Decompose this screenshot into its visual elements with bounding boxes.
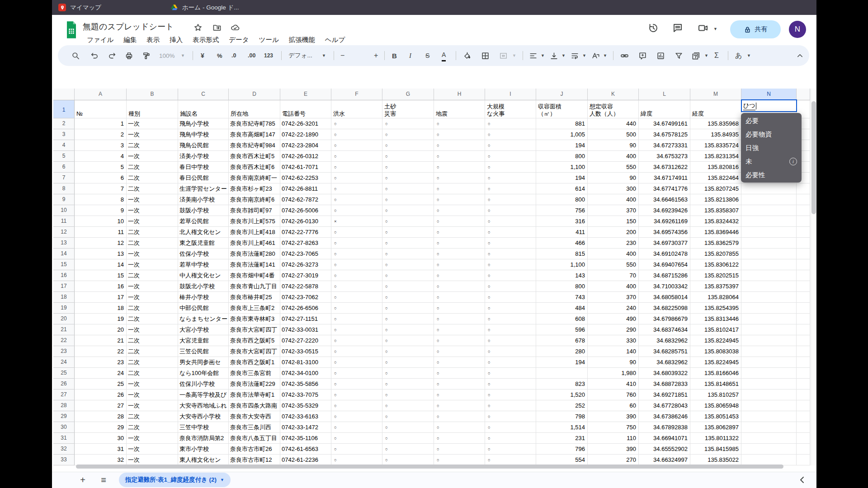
- cell[interactable]: 800: [536, 151, 588, 162]
- cell[interactable]: ○: [434, 183, 485, 194]
- filter-views-icon[interactable]: [692, 45, 700, 66]
- cell[interactable]: ○: [485, 292, 536, 303]
- column-header-J[interactable]: J: [536, 89, 588, 100]
- cell[interactable]: ○: [434, 249, 485, 259]
- cell[interactable]: ○: [485, 129, 536, 140]
- cell[interactable]: [536, 368, 588, 379]
- search-icon[interactable]: [71, 45, 80, 66]
- cell[interactable]: 34.69730377: [639, 238, 690, 249]
- cell[interactable]: なら100年会館: [178, 368, 229, 379]
- cell[interactable]: [741, 227, 797, 238]
- cell[interactable]: 17: [75, 292, 127, 303]
- cell[interactable]: 135.8306122: [690, 259, 741, 270]
- cell[interactable]: 一次: [127, 281, 178, 292]
- cell[interactable]: ○: [485, 205, 536, 216]
- cell[interactable]: 一次: [127, 433, 178, 444]
- ime-candidate[interactable]: 日強: [741, 141, 802, 155]
- cell[interactable]: 奈良市杉ヶ町23: [229, 183, 280, 194]
- cell[interactable]: 135.835022: [690, 455, 741, 465]
- cell[interactable]: 奈良市法蓮町229: [229, 379, 280, 389]
- cell[interactable]: ○: [485, 227, 536, 238]
- cell[interactable]: 奈良市川上町461: [229, 238, 280, 249]
- cell[interactable]: 140: [588, 346, 639, 357]
- cell[interactable]: [741, 259, 797, 270]
- cell[interactable]: ○: [382, 238, 434, 249]
- cell[interactable]: 490: [588, 314, 639, 324]
- menu-拡張機能[interactable]: 拡張機能: [284, 34, 320, 46]
- cell[interactable]: 614: [536, 183, 588, 194]
- header-cell[interactable]: 緯度: [639, 100, 690, 118]
- row-header[interactable]: 27: [53, 389, 75, 400]
- cell[interactable]: ○: [382, 314, 434, 324]
- text-rotation-icon[interactable]: [591, 45, 600, 66]
- cell[interactable]: 29: [75, 422, 127, 433]
- menu-表示形式[interactable]: 表示形式: [188, 34, 224, 46]
- cell[interactable]: ○: [382, 422, 434, 433]
- cell[interactable]: 0742-22-7776: [280, 227, 331, 238]
- cell[interactable]: 0742-23-7065: [280, 249, 331, 259]
- cell[interactable]: ○: [485, 270, 536, 281]
- more-formats-button[interactable]: 123: [264, 45, 273, 66]
- cell[interactable]: 二次: [127, 422, 178, 433]
- cell[interactable]: 0742-62-7872: [280, 194, 331, 205]
- column-header-F[interactable]: F: [331, 89, 382, 100]
- cell[interactable]: 北人権文化セン: [178, 227, 229, 238]
- grid-corner[interactable]: [53, 89, 75, 100]
- cell[interactable]: ○: [382, 270, 434, 281]
- cell[interactable]: 280: [536, 346, 588, 357]
- cell[interactable]: 飛鳥公民館: [178, 140, 229, 151]
- cell[interactable]: 0742-23-2804: [280, 140, 331, 151]
- row-header[interactable]: 28: [53, 400, 75, 411]
- cell[interactable]: 135.835968: [690, 118, 741, 129]
- cell[interactable]: 0742-26-3273: [280, 259, 331, 270]
- cell[interactable]: 23: [75, 357, 127, 368]
- cell[interactable]: ○: [485, 173, 536, 183]
- cell[interactable]: ○: [331, 346, 382, 357]
- cell[interactable]: ○: [434, 433, 485, 444]
- cell[interactable]: ○: [382, 335, 434, 346]
- row-header[interactable]: 2: [53, 118, 75, 129]
- cell[interactable]: 佐保川小学校: [178, 379, 229, 389]
- cell[interactable]: 飛鳥中学校: [178, 129, 229, 140]
- cell[interactable]: 16: [75, 281, 127, 292]
- menu-挿入[interactable]: 挿入: [165, 34, 188, 46]
- cell[interactable]: ○: [331, 314, 382, 324]
- cell[interactable]: ○: [434, 357, 485, 368]
- cell[interactable]: 若草中学校: [178, 259, 229, 270]
- cell[interactable]: 34.67892838: [639, 422, 690, 433]
- cell[interactable]: ○: [331, 151, 382, 162]
- cell[interactable]: 奈良市西木辻町5: [229, 151, 280, 162]
- cell[interactable]: 飛鳥小学校: [178, 118, 229, 129]
- cell[interactable]: 東人権文化セン: [178, 455, 229, 465]
- cell[interactable]: [741, 389, 797, 400]
- cell[interactable]: [741, 346, 797, 357]
- cell[interactable]: 0742-35-5856: [280, 379, 331, 389]
- cell[interactable]: 一次: [127, 455, 178, 465]
- cell[interactable]: 135.8207855: [690, 249, 741, 259]
- ime-candidate[interactable]: 未i: [741, 155, 802, 168]
- cell[interactable]: 796: [536, 444, 588, 455]
- cell[interactable]: 0742-33-6163: [280, 411, 331, 422]
- cell[interactable]: ○: [382, 227, 434, 238]
- cell[interactable]: ○: [434, 400, 485, 411]
- cell[interactable]: 一次: [127, 216, 178, 227]
- cell[interactable]: ○: [382, 173, 434, 183]
- cell[interactable]: ○: [382, 259, 434, 270]
- row-header[interactable]: 9: [53, 194, 75, 205]
- cell[interactable]: ○: [485, 183, 536, 194]
- cell[interactable]: 743: [536, 292, 588, 303]
- cell[interactable]: 3: [75, 140, 127, 151]
- column-header-C[interactable]: C: [178, 89, 229, 100]
- move-to-folder-icon[interactable]: [212, 23, 222, 32]
- cell[interactable]: 二次: [127, 183, 178, 194]
- cell[interactable]: 34.68039322: [639, 368, 690, 379]
- menu-ツール[interactable]: ツール: [254, 34, 284, 46]
- cell[interactable]: 440: [588, 118, 639, 129]
- chevron-down-icon[interactable]: ▼: [713, 27, 717, 31]
- insert-comment-icon[interactable]: [638, 45, 647, 66]
- cell[interactable]: 一次: [127, 194, 178, 205]
- row-header[interactable]: 5: [53, 151, 75, 162]
- cell[interactable]: 二次: [127, 335, 178, 346]
- cell[interactable]: ○: [382, 433, 434, 444]
- cell[interactable]: 春日公民館: [178, 173, 229, 183]
